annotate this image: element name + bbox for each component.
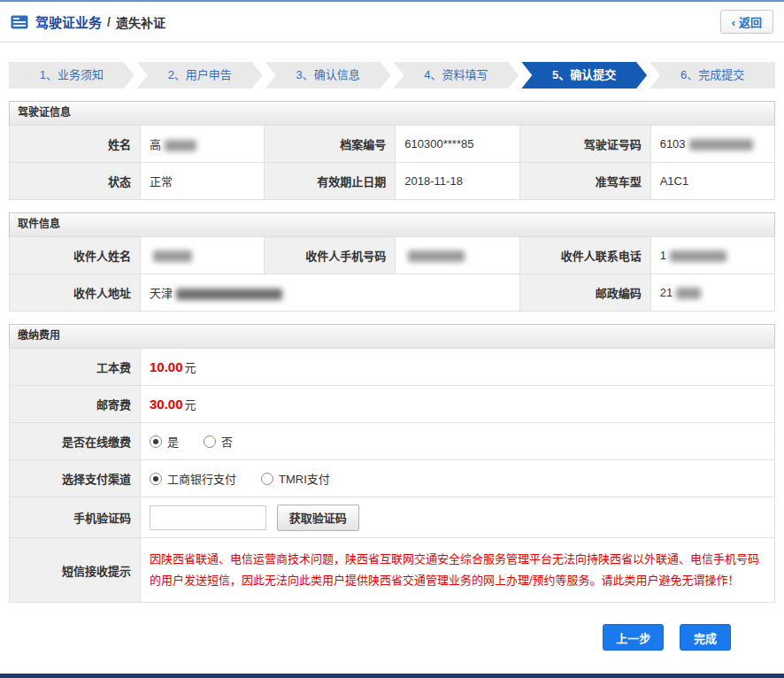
online-payment-radio-group: 是 否: [150, 433, 769, 450]
chevron-left-icon: ‹: [732, 16, 735, 29]
redacted-blur: [689, 139, 753, 150]
pickup-info-section: 取件信息 收件人姓名 收件人手机号码 收件人联系电话 1 收件人地址 天津 邮政…: [9, 212, 775, 312]
get-sms-code-button[interactable]: 获取验证码: [277, 505, 359, 531]
step-3-confirm-info[interactable]: 3、确认信息: [265, 62, 391, 89]
step-2-user-declaration[interactable]: 2、用户申告: [137, 62, 263, 89]
recipient-contact-value-cell: 1: [650, 237, 774, 274]
vehicle-type-value: A1C1: [650, 163, 774, 200]
recipient-mobile-label: 收件人手机号码: [265, 237, 396, 274]
sms-code-input[interactable]: [150, 505, 266, 530]
archive-no-label: 档案编号: [265, 126, 396, 163]
step-4-fill-data[interactable]: 4、资料填写: [393, 62, 519, 89]
cost-fee-value: 10.00: [150, 359, 183, 374]
table-row: 手机验证码 获取验证码: [10, 497, 775, 538]
table-row: 是否在线缴费 是 否: [10, 423, 775, 460]
redacted-blur: [408, 250, 465, 262]
step-6-complete-submit[interactable]: 6、完成提交: [649, 62, 775, 89]
pickup-section-title: 取件信息: [9, 212, 775, 236]
name-label: 姓名: [10, 126, 141, 163]
step-5-confirm-submit[interactable]: 5、确认提交: [521, 62, 647, 89]
online-payment-label: 是否在线缴费: [10, 423, 141, 460]
page-title: 驾驶证业务: [35, 12, 102, 31]
license-no-value: 6103: [660, 137, 686, 150]
cost-fee-label: 工本费: [10, 349, 141, 386]
payment-channel-label: 选择支付渠道: [10, 460, 141, 497]
online-payment-cell: 是 否: [141, 423, 775, 460]
payment-channel-cell: 工商银行支付 TMRI支付: [141, 460, 775, 497]
redacted-blur: [676, 288, 701, 299]
license-section-title: 驾驶证信息: [9, 101, 775, 125]
redacted-blur: [176, 289, 282, 300]
fees-section: 缴纳费用 工本费 10.00元 邮寄费 30.00元 是否在线缴费 是 否 选择…: [9, 324, 775, 603]
sms-code-cell: 获取验证码: [141, 497, 775, 538]
previous-step-button[interactable]: 上一步: [603, 624, 664, 651]
breadcrumb-separator: /: [107, 15, 111, 29]
step-1-business-notice[interactable]: 1、业务须知: [9, 62, 135, 89]
channel-option-icbc[interactable]: 工商银行支付: [150, 470, 236, 487]
step-indicator: 1、业务须知 2、用户申告 3、确认信息 4、资料填写 5、确认提交 6、完成提…: [9, 62, 775, 89]
zip-code-value: 21: [660, 286, 673, 299]
cost-fee-value-cell: 10.00元: [141, 349, 775, 386]
radio-checked-icon[interactable]: [150, 435, 162, 448]
table-row: 短信接收提示 因陕西省联通、电信运营商技术问题，陕西省互联网交通安全综合服务管理…: [10, 538, 775, 603]
radio-option-label[interactable]: TMRI支付: [279, 470, 330, 487]
recipient-address-value-cell: 天津: [141, 274, 520, 312]
license-no-label: 驾驶证号码: [519, 126, 650, 163]
table-row: 姓名 高 档案编号 610300****85 驾驶证号码 6103: [10, 126, 775, 163]
table-row: 收件人姓名 收件人手机号码 收件人联系电话 1: [10, 237, 775, 274]
status-value: 正常: [141, 163, 265, 200]
zip-code-value-cell: 21: [650, 274, 774, 312]
online-payment-option-no[interactable]: 否: [204, 433, 233, 450]
pickup-info-table: 收件人姓名 收件人手机号码 收件人联系电话 1 收件人地址 天津 邮政编码 21: [9, 236, 775, 312]
back-button-label: 返回: [739, 16, 762, 29]
recipient-mobile-value-cell: [396, 237, 519, 274]
postage-fee-value-cell: 30.00元: [141, 386, 775, 423]
license-info-table: 姓名 高 档案编号 610300****85 驾驶证号码 6103 状态 正常 …: [9, 125, 775, 200]
name-value: 高: [150, 138, 161, 151]
postage-fee-value: 30.00: [150, 397, 183, 412]
fees-section-title: 缴纳费用: [9, 324, 775, 348]
zip-code-label: 邮政编码: [519, 274, 650, 312]
expiry-date-label: 有效期止日期: [265, 163, 396, 200]
license-form-icon: [11, 15, 28, 29]
redacted-blur: [153, 250, 192, 262]
footer-actions: 上一步 完成: [0, 624, 731, 651]
recipient-name-value-cell: [141, 237, 265, 274]
table-row: 状态 正常 有效期止日期 2018-11-18 准驾车型 A1C1: [10, 163, 775, 200]
name-value-cell: 高: [141, 126, 265, 163]
table-row: 工本费 10.00元: [10, 349, 775, 386]
radio-unchecked-icon[interactable]: [261, 473, 273, 485]
page-header: 驾驶证业务 / 遗失补证 ‹返回: [0, 2, 784, 42]
redacted-blur: [670, 250, 726, 262]
recipient-address-value: 天津: [150, 287, 173, 300]
radio-unchecked-icon[interactable]: [204, 435, 216, 448]
radio-option-label[interactable]: 工商银行支付: [167, 470, 236, 487]
fees-table: 工本费 10.00元 邮寄费 30.00元 是否在线缴费 是 否 选择支付渠道 …: [9, 348, 775, 603]
cost-fee-unit: 元: [185, 361, 196, 374]
table-row: 收件人地址 天津 邮政编码 21: [10, 274, 775, 312]
sms-notice-text: 因陕西省联通、电信运营商技术问题，陕西省互联网交通安全综合服务管理平台无法向持陕…: [141, 538, 775, 603]
sms-notice-label: 短信接收提示: [10, 538, 141, 603]
sms-code-label: 手机验证码: [10, 497, 141, 538]
back-button[interactable]: ‹返回: [720, 10, 773, 34]
table-row: 邮寄费 30.00元: [10, 386, 775, 423]
archive-no-value: 610300****85: [396, 126, 519, 163]
redacted-blur: [165, 140, 196, 151]
payment-channel-radio-group: 工商银行支付 TMRI支付: [150, 470, 769, 487]
radio-option-label[interactable]: 否: [221, 433, 233, 450]
recipient-name-label: 收件人姓名: [10, 237, 141, 274]
recipient-address-label: 收件人地址: [10, 274, 141, 312]
postage-fee-unit: 元: [185, 398, 196, 412]
finish-button[interactable]: 完成: [680, 624, 731, 651]
page-subtitle: 遗失补证: [116, 13, 165, 31]
table-row: 选择支付渠道 工商银行支付 TMRI支付: [10, 460, 775, 497]
online-payment-option-yes[interactable]: 是: [150, 433, 179, 450]
radio-checked-icon[interactable]: [150, 473, 162, 485]
license-no-value-cell: 6103: [650, 126, 774, 163]
vehicle-type-label: 准驾车型: [519, 163, 650, 200]
channel-option-tmri[interactable]: TMRI支付: [261, 470, 330, 487]
expiry-date-value: 2018-11-18: [396, 163, 519, 200]
status-label: 状态: [10, 163, 141, 200]
postage-fee-label: 邮寄费: [10, 386, 141, 423]
radio-option-label[interactable]: 是: [167, 433, 179, 450]
